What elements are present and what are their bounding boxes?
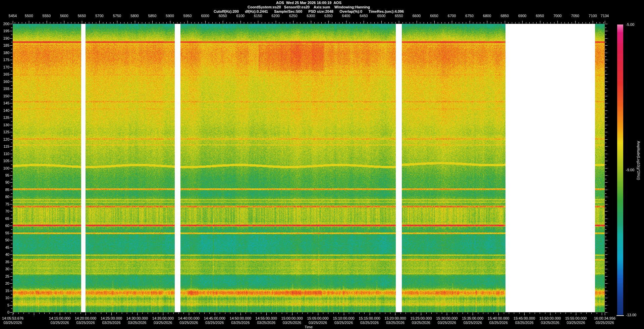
frequency-tick-label: 45 [0, 246, 9, 249]
frequency-tick-label: 115 [0, 145, 9, 148]
time-tick-time: 14:35:00.000 [152, 316, 174, 321]
time-tick-label: 14:05:53.67603/25/2026 [2, 316, 23, 325]
frequency-tick-label: 120 [0, 138, 9, 141]
time-tick-label: 14:35:00.00003/25/2026 [152, 316, 174, 325]
time-tick-time: 15:45:00.000 [514, 316, 535, 321]
time-tick-time: 15:50:00.000 [539, 316, 561, 321]
time-tick-label: 14:40:00.00003/25/2026 [178, 316, 200, 325]
frequency-tick-label: 60 [0, 224, 9, 228]
time-tick-label: 15:50:00.00003/25/2026 [539, 316, 561, 325]
record-tick-label: 5454 [9, 14, 17, 18]
time-tick-date: 03/25/2026 [230, 321, 251, 325]
time-tick-date: 03/25/2026 [2, 321, 23, 325]
time-tick-time: 14:15:00.000 [49, 316, 70, 321]
record-tick-label: 6050 [219, 14, 227, 18]
frequency-tick-label: 190 [0, 37, 9, 40]
time-tick-date: 03/25/2026 [488, 321, 509, 325]
record-tick-label: 6750 [465, 14, 473, 18]
frequency-tick-label: 125 [0, 130, 9, 134]
time-tick-time: 14:25:00.000 [101, 316, 122, 321]
record-tick-label: 6150 [254, 14, 262, 18]
record-tick-label: 5600 [60, 14, 68, 18]
time-tick-time: 14:50:00.000 [230, 316, 251, 321]
time-tick-label: 14:50:00.00003/25/2026 [230, 316, 251, 325]
record-tick-label: 6400 [342, 14, 350, 18]
record-tick-label: 5850 [148, 14, 156, 18]
time-tick-time: 15:10:00.000 [333, 316, 354, 321]
time-axis-title: Time [305, 325, 313, 329]
time-tick-label: 15:20:00.00003/25/2026 [384, 316, 406, 325]
time-tick-date: 03/25/2026 [539, 321, 561, 325]
time-tick-label: 15:30:00.00003/25/2026 [436, 316, 458, 325]
record-tick-label: 7134 [601, 14, 609, 18]
record-tick-label: 6900 [518, 14, 526, 18]
record-tick-label: 5550 [43, 14, 51, 18]
record-tick-label: 6300 [307, 14, 315, 18]
time-tick-date: 03/25/2026 [436, 321, 458, 325]
time-tick-date: 03/25/2026 [256, 321, 277, 325]
time-tick-label: 15:25:00.00003/25/2026 [410, 316, 432, 325]
time-tick-date: 03/25/2026 [333, 321, 354, 325]
record-tick-label: 6950 [536, 14, 544, 18]
time-tick-date: 03/25/2026 [359, 321, 380, 325]
frequency-tick-label: 20 [0, 282, 9, 285]
spectrogram-canvas[interactable] [0, 0, 644, 329]
record-tick-label: 6550 [395, 14, 403, 18]
frequency-tick-label: 100 [0, 167, 9, 170]
header-processing-params: Cutoff(Hz):200 df(Hz):0.2441 Sample/Sec:… [13, 9, 605, 13]
time-tick-time: 15:05:00.000 [307, 316, 328, 321]
time-tick-time: 14:20:00.000 [75, 316, 96, 321]
time-tick-date: 03/25/2026 [101, 321, 122, 325]
frequency-tick-label: 160 [0, 80, 9, 84]
time-tick-label: 15:35:00.00003/25/2026 [462, 316, 483, 325]
time-tick-label: 15:10:00.00003/25/2026 [333, 316, 354, 325]
record-tick-label: 5700 [95, 14, 103, 18]
time-tick-label: 14:30:00.00003/25/2026 [126, 316, 148, 325]
time-tick-time: 14:05:53.676 [2, 316, 23, 321]
frequency-tick-label: 140 [0, 109, 9, 112]
time-tick-date: 03/25/2026 [49, 321, 70, 325]
time-tick-date: 03/25/2026 [281, 321, 303, 325]
time-tick-date: 03/25/2026 [462, 321, 483, 325]
frequency-tick-label: 185 [0, 44, 9, 47]
frequency-tick-label: 150 [0, 94, 9, 98]
record-tick-label: 5650 [78, 14, 86, 18]
time-tick-date: 03/25/2026 [410, 321, 432, 325]
header-title: AOS Wed 25 Mar 2026 16:00:19 AOS [13, 1, 605, 5]
record-tick-label: 5500 [25, 14, 33, 18]
time-tick-time: 14:40:00.000 [178, 316, 200, 321]
frequency-tick-label: 30 [0, 267, 9, 271]
time-tick-time: 15:25:00.000 [410, 316, 432, 321]
record-tick-label: 6600 [413, 14, 421, 18]
frequency-tick-label: 175 [0, 58, 9, 62]
record-tick-label: 5900 [166, 14, 174, 18]
time-tick-time: 14:55:00.000 [256, 316, 277, 321]
colorbar-tick-label: -5.00 [626, 22, 634, 27]
time-tick-label: 14:15:00.00003/25/2026 [49, 316, 70, 325]
header-sensor-params: CoordSystem:es20 SensorID:es20 Axis:sum … [13, 5, 605, 9]
record-tick-label: 6000 [201, 14, 209, 18]
time-tick-label: 15:40:00.00003/25/2026 [488, 316, 509, 325]
time-tick-date: 03/25/2026 [204, 321, 225, 325]
frequency-tick-label: 70 [0, 209, 9, 213]
record-tick-label: 7100 [589, 14, 597, 18]
frequency-tick-label: 135 [0, 116, 9, 120]
frequency-tick-label: 25 [0, 275, 9, 278]
record-tick-label: 7000 [553, 14, 561, 18]
record-tick-label: 7050 [571, 14, 579, 18]
time-tick-label: 15:45:00.00003/25/2026 [514, 316, 535, 325]
time-tick-label: 14:45:00.00003/25/2026 [204, 316, 225, 325]
record-tick-label: 6700 [448, 14, 456, 18]
time-tick-date: 03/25/2026 [178, 321, 200, 325]
frequency-tick-label: 85 [0, 188, 9, 192]
record-tick-label: 6850 [500, 14, 508, 18]
record-tick-label: 6200 [271, 14, 279, 18]
time-tick-date: 03/25/2026 [514, 321, 535, 325]
time-tick-label: 15:15:00.00003/25/2026 [359, 316, 380, 325]
time-tick-date: 03/25/2026 [307, 321, 328, 325]
frequency-tick-label: 195 [0, 29, 9, 33]
frequency-tick-label: 145 [0, 101, 9, 105]
time-tick-label: 16:00:34.95603/25/2026 [594, 316, 615, 325]
record-tick-label: 6350 [324, 14, 332, 18]
time-tick-time: 14:30:00.000 [126, 316, 148, 321]
